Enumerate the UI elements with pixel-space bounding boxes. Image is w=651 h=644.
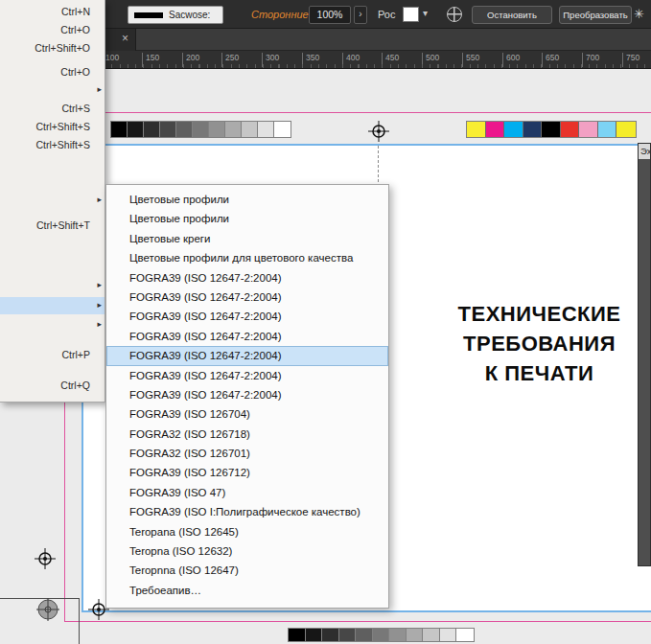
menu-shortcut: Ctrl+O bbox=[60, 66, 90, 78]
submenu-item-label: Цветовые профили bbox=[129, 194, 229, 205]
ruler-tick: 400 bbox=[342, 53, 360, 67]
submenu-item[interactable]: FOGRA39 (ISO 12647-2:2004) bbox=[106, 268, 388, 288]
menu-item[interactable]: Ctrl+N bbox=[0, 3, 105, 20]
submenu-item[interactable]: FOGRA39 (ISO 12647-2:2004) bbox=[106, 327, 388, 346]
workspace-icon[interactable]: ✳ bbox=[634, 7, 644, 21]
menu-item[interactable]: Ctrl+Q bbox=[0, 377, 105, 394]
globe-icon[interactable] bbox=[447, 7, 462, 22]
submenu-item-label: FOGRA39 (ISO 12647-2:2004) bbox=[129, 291, 282, 303]
ruler-tick: 300 bbox=[262, 53, 279, 67]
submenu-item[interactable]: FOGRA39 (ISO 126704) bbox=[106, 404, 388, 424]
submenu-item-label: FOGRA32 (ISO 126701) bbox=[129, 448, 250, 459]
submenu-item[interactable]: Цветовые профили для цветового качества bbox=[106, 248, 388, 267]
side-panel[interactable]: Эх bbox=[638, 143, 651, 566]
calibration-patch bbox=[322, 629, 339, 641]
stroke-control[interactable]: Sacwose: bbox=[128, 6, 223, 24]
ruler-tick: 150 bbox=[142, 53, 159, 67]
submenu-item[interactable]: Teropna (ISO 12632) bbox=[106, 541, 388, 561]
menu-item[interactable]: Ctrl+Shift+S bbox=[0, 118, 105, 135]
menu-item[interactable] bbox=[0, 277, 105, 294]
menu-item[interactable]: Ctrl+P bbox=[0, 346, 105, 363]
file-menu: Ctrl+N Ctrl+O Ctrl+Shift+O Ctrl+O bbox=[0, 0, 105, 402]
submenu-item-label: FOGRA39 (ISO 47) bbox=[129, 487, 225, 498]
menu-item[interactable]: Ctrl+Shift+S bbox=[0, 136, 105, 153]
calibration-patch bbox=[579, 122, 598, 137]
menu-item[interactable]: Ctrl+Shift+O bbox=[0, 39, 105, 57]
close-icon[interactable]: × bbox=[122, 32, 128, 45]
ruler-tick: 500 bbox=[422, 53, 439, 67]
menu-item[interactable] bbox=[0, 297, 105, 314]
bleed-guide-bottom bbox=[64, 621, 651, 622]
submenu-item[interactable]: FOGRA32 (ISO 126701) bbox=[106, 444, 388, 463]
menu-shortcut: Ctrl+Shift+T bbox=[36, 219, 90, 231]
menu-shortcut: Ctrl+P bbox=[62, 349, 90, 360]
calibration-patch bbox=[598, 122, 617, 137]
grayscale-calibration-bar-top bbox=[110, 121, 291, 138]
menu-item[interactable]: Ctrl+Shift+T bbox=[0, 217, 105, 234]
submenu-item[interactable]: Цветовые профили bbox=[106, 190, 388, 209]
submenu-item[interactable]: FOGRA39 (ISO 47) bbox=[106, 483, 388, 502]
calibration-patch bbox=[209, 122, 225, 137]
submenu-item[interactable]: FOGRA32 (ISO 126718) bbox=[106, 425, 388, 444]
target-icon bbox=[35, 597, 60, 622]
ruler-tick: 550 bbox=[462, 53, 479, 67]
calibration-patch bbox=[356, 629, 373, 641]
document-setup-button[interactable]: Остановить bbox=[472, 6, 552, 24]
submenu-item[interactable]: FOGRA39 (ISO 126712) bbox=[106, 463, 388, 482]
menu-item[interactable] bbox=[0, 316, 105, 334]
caret-down-icon[interactable]: ▾ bbox=[423, 8, 428, 18]
calibration-patch bbox=[258, 122, 274, 137]
ruler-tick: 650 bbox=[542, 53, 559, 67]
menu-item[interactable]: Ctrl+O bbox=[0, 63, 105, 80]
menu-shortcut: Ctrl+N bbox=[61, 6, 90, 17]
ruler-tick: 250 bbox=[221, 53, 239, 67]
submenu-item[interactable]: FOGRA39 (ISO 12647-2:2004) bbox=[106, 346, 388, 365]
submenu-item-label: Teropnna (ISO 12647) bbox=[129, 564, 239, 576]
submenu-item[interactable]: Цветовые профили bbox=[106, 209, 388, 228]
ruler-tick: 600 bbox=[502, 53, 520, 67]
ruler-tick: 750 bbox=[622, 53, 639, 67]
grayscale-calibration-bar-bottom bbox=[288, 628, 475, 642]
application-window: Sacwose: Сторонние: 100% › Рос ▾ Останов… bbox=[0, 0, 651, 644]
submenu-item[interactable]: Цветовые креги bbox=[106, 229, 388, 248]
calibration-patch bbox=[289, 629, 306, 641]
calibration-patch bbox=[542, 122, 561, 137]
preferences-button[interactable]: Преобразовать bbox=[559, 6, 632, 24]
menu-shortcut: Ctrl+Shift+S bbox=[35, 139, 90, 150]
submenu-item[interactable]: FOGRA39 (ISO 12647-2:2004) bbox=[106, 288, 388, 307]
submenu-item[interactable]: Teropnna (ISO 12647) bbox=[106, 561, 388, 580]
page-title: ТЕХНИЧЕСКИЕ ТРЕБОВАНИЯ К ПЕЧАТИ bbox=[427, 299, 651, 388]
color-swatch[interactable] bbox=[403, 7, 419, 22]
calibration-patch bbox=[523, 122, 543, 137]
submenu-item[interactable]: FOGRA39 (ISO 12647-2:2004) bbox=[106, 307, 388, 326]
menu-item[interactable]: Ctrl+O bbox=[0, 21, 105, 38]
submenu-item-label: FOGRA39 (ISO 12647-2:2004) bbox=[129, 310, 282, 322]
fold-line bbox=[378, 146, 379, 182]
submenu-item-label: Цветовые профили для цветового качества bbox=[129, 252, 353, 264]
submenu-item-label: Цветовые профили bbox=[129, 213, 229, 224]
zoom-level[interactable]: 100% bbox=[309, 6, 351, 24]
submenu-arrow-icon bbox=[97, 280, 102, 289]
style-label[interactable]: Сторонние: bbox=[251, 9, 312, 20]
calibration-patch bbox=[339, 629, 357, 641]
menu-shortcut: Ctrl+Q bbox=[60, 380, 90, 391]
submenu-item[interactable]: Teropana (ISO 12645) bbox=[106, 522, 388, 541]
stroke-label: Sacwose: bbox=[169, 10, 210, 20]
menu-item[interactable]: Ctrl+S bbox=[0, 100, 105, 117]
menu-item[interactable] bbox=[0, 192, 105, 209]
ruler-tick: 350 bbox=[302, 53, 319, 67]
submenu-item[interactable]: Требоеапив… bbox=[106, 581, 388, 600]
calibration-patch bbox=[176, 122, 193, 137]
submenu-item[interactable]: FOGRA39 (ISO 12647-2:2004) bbox=[106, 366, 388, 385]
submenu-item-label: FOGRA32 (ISO 126718) bbox=[129, 428, 250, 440]
calibration-patch bbox=[128, 122, 144, 137]
calibration-patch bbox=[225, 122, 242, 137]
submenu-item-label: FOGRA39 (ISO 12647-2:2004) bbox=[129, 350, 282, 361]
calibration-patch bbox=[407, 629, 424, 641]
submenu-item[interactable]: FOGRA39 (ISO 12647-2:2004) bbox=[106, 385, 388, 404]
menu-item[interactable] bbox=[0, 81, 105, 99]
calibration-patch bbox=[504, 122, 523, 137]
chevron-right-icon[interactable]: › bbox=[354, 6, 367, 24]
submenu-item[interactable]: FOGRA39 (ISO I:Полиграфическое качество) bbox=[106, 502, 388, 521]
side-panel-title[interactable]: Эх bbox=[639, 144, 650, 159]
